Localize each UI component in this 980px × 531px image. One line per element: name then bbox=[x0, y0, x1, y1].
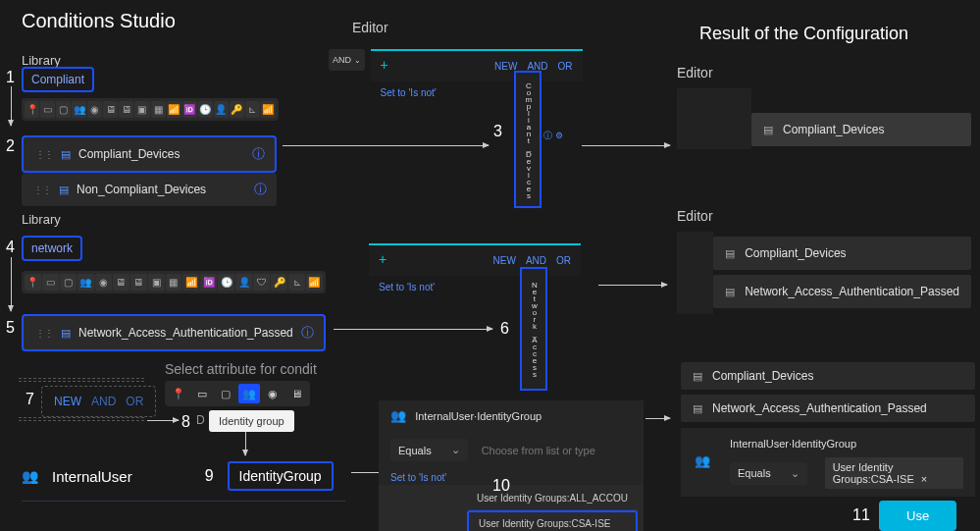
new-button[interactable]: NEW bbox=[54, 395, 81, 408]
drag-handle-icon[interactable]: ⋮⋮ bbox=[35, 149, 53, 160]
lib-item-network-auth[interactable]: ⋮⋮ ▤ Network_Access_Authentication_Passe… bbox=[22, 314, 326, 351]
tag-or[interactable]: OR bbox=[556, 255, 571, 266]
wifi-icon[interactable]: 📶 bbox=[261, 101, 276, 118]
square-icon[interactable]: ▢ bbox=[215, 384, 236, 403]
result-network-auth[interactable]: ▤ Network_Access_Authentication_Passed bbox=[713, 275, 971, 308]
step-9: 9 bbox=[205, 467, 214, 485]
key-icon[interactable]: 🔑 bbox=[271, 274, 287, 291]
csa-ise-chip[interactable]: User Identity Groups:CSA-ISE × bbox=[825, 457, 963, 489]
clock-icon[interactable]: 🕒 bbox=[218, 274, 234, 291]
info-icon[interactable]: ⓘ bbox=[252, 145, 265, 163]
step-6: 6 bbox=[500, 320, 509, 338]
card-icon[interactable]: ▭ bbox=[40, 101, 55, 118]
id-icon[interactable]: 🆔 bbox=[200, 274, 217, 291]
signal-icon[interactable]: 📶 bbox=[167, 101, 181, 118]
result-network-auth-3[interactable]: ▤ Network_Access_Authentication_Passed bbox=[681, 395, 975, 422]
set-to-link-2[interactable]: Set to 'Is not' bbox=[379, 282, 435, 292]
square-icon[interactable]: ▢ bbox=[60, 274, 77, 291]
plus-icon[interactable]: + bbox=[379, 251, 387, 270]
user-icon[interactable]: 👤 bbox=[235, 274, 252, 291]
square-icon[interactable]: ▢ bbox=[56, 101, 71, 118]
arrow-6-result bbox=[598, 285, 667, 286]
equals-select-result[interactable]: Equals bbox=[730, 462, 807, 485]
people-icon: 👥 bbox=[695, 453, 710, 468]
pin-icon[interactable]: 📍 bbox=[25, 101, 39, 118]
identity-group-icon[interactable]: 👥 bbox=[238, 384, 260, 403]
choose-placeholder[interactable]: Choose from list or type bbox=[482, 445, 595, 456]
monitor-icon[interactable]: 🖥 bbox=[113, 274, 129, 291]
lib-item-compliant-devices[interactable]: ⋮⋮ ▤ Compliant_Devices ⓘ bbox=[22, 135, 277, 173]
info-small-icon[interactable]: ⓘ ⚙ bbox=[543, 130, 563, 142]
window-icon[interactable]: ▣ bbox=[148, 274, 165, 291]
arrow-2-3 bbox=[283, 145, 489, 146]
card-icon[interactable]: ▭ bbox=[42, 274, 59, 291]
and-operator[interactable]: AND ⌄ bbox=[329, 49, 365, 71]
equals-select[interactable]: Equals bbox=[390, 439, 468, 461]
wifi-icon[interactable]: 📶 bbox=[306, 274, 323, 291]
monitor2-icon[interactable]: 🖥 bbox=[119, 101, 133, 118]
dot-icon[interactable]: ◉ bbox=[87, 101, 102, 118]
or-button[interactable]: OR bbox=[126, 395, 143, 408]
card-icon[interactable]: ▭ bbox=[191, 384, 213, 403]
library-label-1: Library bbox=[22, 53, 61, 68]
info-icon[interactable]: ⓘ bbox=[254, 181, 267, 198]
tag-or[interactable]: OR bbox=[558, 61, 573, 72]
internal-user-row[interactable]: 👥 InternalUser 9 IdentityGroup bbox=[22, 451, 345, 502]
identity-group-box[interactable]: IdentityGroup bbox=[228, 461, 334, 491]
editor-input-2[interactable]: + NEW AND OR bbox=[369, 243, 581, 276]
opt-csa-ise[interactable]: User Identity Groups:CSA-ISE bbox=[467, 510, 638, 531]
signal-icon[interactable]: 📶 bbox=[182, 274, 199, 291]
search-box-2[interactable]: network bbox=[22, 236, 82, 261]
identity-group-tooltip: Identity group bbox=[209, 410, 294, 432]
result-compliant[interactable]: ▤ Compliant_Devices bbox=[751, 113, 971, 146]
tag-and[interactable]: AND bbox=[526, 255, 546, 266]
attr-icon-row[interactable]: 📍 ▭ ▢ 👥 ◉ 🖥 bbox=[165, 381, 310, 406]
editor-input[interactable]: + NEW AND OR bbox=[371, 49, 583, 81]
net-icon[interactable]: ⊾ bbox=[245, 101, 260, 118]
lib-item-label: Non_Compliant_Devices bbox=[77, 183, 206, 196]
dot-icon[interactable]: ◉ bbox=[262, 384, 284, 403]
tag-new[interactable]: NEW bbox=[493, 255, 516, 266]
vertical-compliant-box[interactable]: Compliant_Devices bbox=[514, 71, 542, 208]
lib-item-non-compliant[interactable]: ⋮⋮ ▤ Non_Compliant_Devices ⓘ bbox=[22, 173, 277, 206]
window2-icon[interactable]: ▦ bbox=[166, 274, 182, 291]
pin-icon[interactable]: 📍 bbox=[25, 274, 41, 291]
search-box-1[interactable]: Compliant bbox=[22, 67, 94, 92]
id-icon[interactable]: 🆔 bbox=[182, 101, 197, 118]
window2-icon[interactable]: ▦ bbox=[151, 101, 166, 118]
arrow-1-to-2 bbox=[11, 86, 12, 126]
and-button[interactable]: AND bbox=[91, 395, 116, 408]
arrow-7-8 bbox=[147, 420, 179, 421]
drag-handle-icon[interactable]: ⋮⋮ bbox=[35, 328, 53, 339]
doc-icon: ▤ bbox=[763, 124, 773, 136]
logic-selector[interactable]: NEW AND OR bbox=[41, 386, 156, 417]
plus-icon[interactable]: + bbox=[381, 57, 388, 76]
doc-icon: ▤ bbox=[693, 370, 702, 383]
dot-icon[interactable]: ◉ bbox=[95, 274, 112, 291]
doc-icon: ▤ bbox=[61, 327, 71, 340]
group-icon[interactable]: 👥 bbox=[72, 101, 86, 118]
group-icon[interactable]: 👥 bbox=[77, 274, 94, 291]
result-compliant-3[interactable]: ▤ Compliant_Devices bbox=[681, 362, 975, 390]
pin-icon[interactable]: 📍 bbox=[168, 384, 189, 403]
net-icon[interactable]: ⊾ bbox=[288, 274, 305, 291]
set-to-link-3[interactable]: Set to 'Is not' bbox=[390, 472, 446, 483]
result-compliant-2[interactable]: ▤ Compliant_Devices bbox=[713, 237, 971, 270]
info-icon[interactable]: ⓘ bbox=[301, 324, 314, 342]
vertical-network-box[interactable]: Network_Access bbox=[520, 267, 547, 391]
icon-strip-1[interactable]: 📍 ▭ ▢ 👥 ◉ 🖥 🖥 ▣ ▦ 📶 🆔 🕒 👤 🔑 ⊾ 📶 bbox=[22, 98, 279, 121]
monitor-icon[interactable]: 🖥 bbox=[103, 101, 118, 118]
window-icon[interactable]: ▣ bbox=[134, 101, 149, 118]
user-icon[interactable]: 👤 bbox=[214, 101, 229, 118]
use-button[interactable]: Use bbox=[879, 501, 956, 531]
icon-strip-2[interactable]: 📍 ▭ ▢ 👥 ◉ 🖥 🖥 ▣ ▦ 📶 🆔 🕒 👤 🛡 🔑 ⊾ 📶 bbox=[22, 271, 326, 293]
shield-icon[interactable]: 🛡 bbox=[253, 274, 270, 291]
monitor-icon[interactable]: 🖥 bbox=[285, 384, 307, 403]
attr-picker-title: Select attribute for condit bbox=[165, 361, 317, 377]
close-icon[interactable]: × bbox=[921, 473, 927, 485]
clock-icon[interactable]: 🕒 bbox=[198, 101, 213, 118]
key-icon[interactable]: 🔑 bbox=[230, 101, 244, 118]
set-to-link[interactable]: Set to 'Is not' bbox=[381, 87, 437, 98]
drag-handle-icon[interactable]: ⋮⋮ bbox=[33, 185, 51, 195]
monitor2-icon[interactable]: 🖥 bbox=[130, 274, 147, 291]
